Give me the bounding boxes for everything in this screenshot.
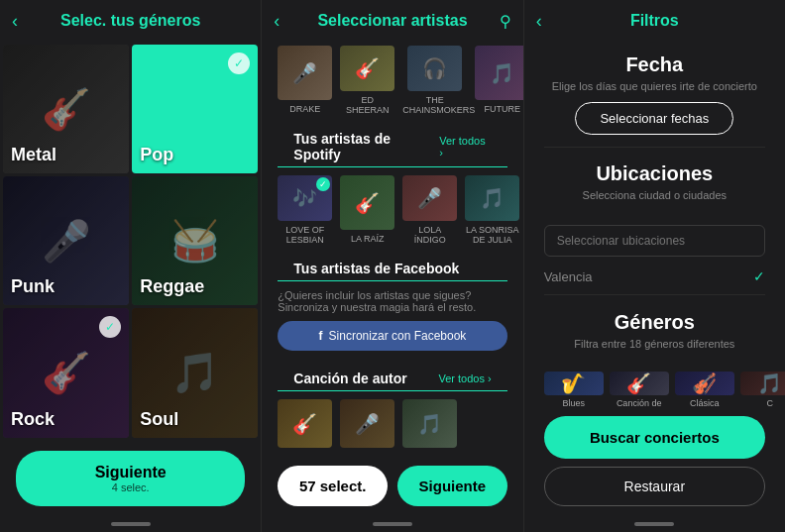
siguiente-button-p1[interactable]: Siguiente 4 selec. <box>16 451 245 506</box>
genre-label-soul: Soul <box>140 409 178 430</box>
panel3-footer: Buscar conciertos Restaurar <box>524 406 785 516</box>
genre-cell-soul[interactable]: 🎵 Soul <box>132 308 258 437</box>
select-dates-button[interactable]: Seleccionar fechas <box>575 102 733 135</box>
genre-filter-img-clasica: 🎻 <box>675 372 734 395</box>
panel-filters: ‹ Filtros Fecha Elige los días que quier… <box>523 0 785 532</box>
ubicacion-tag-valencia: Valencia ✓ <box>544 265 765 288</box>
bottom-bar-p3 <box>524 516 785 532</box>
genre-filter-label-blues: Blues <box>562 398 585 406</box>
artist-thumb-c1[interactable]: 🎸 <box>278 399 332 448</box>
artist-img-raiz: 🎸 <box>340 175 394 230</box>
artist-name-love: LOVE OF LESBIAN <box>278 225 332 245</box>
cancion-section-header: Canción de autor Ver todos › <box>278 363 506 391</box>
ver-todos-spotify[interactable]: Ver todos › <box>439 135 491 159</box>
artist-thumb-future[interactable]: 🎵 FUTURE <box>475 46 522 115</box>
artist-thumb-raiz[interactable]: 🎸 LA RAÍZ <box>340 175 394 245</box>
genre-filter-img-cancion: 🎸 <box>610 372 669 395</box>
panel2-header: ‹ Seleccionar artistas ⚲ <box>262 0 522 42</box>
ver-todos-cancion[interactable]: Ver todos › <box>438 372 491 384</box>
genre-check-pop: ✓ <box>228 53 250 74</box>
facebook-icon: f <box>319 329 323 343</box>
artist-thumb-sonrisa[interactable]: 🎵 LA SONRISA DE JULIA <box>465 175 519 245</box>
artist-thumb-c3[interactable]: 🎵 <box>402 399 457 448</box>
genre-cell-reggae[interactable]: 🥁 Reggae <box>132 176 258 305</box>
restaurar-button[interactable]: Restaurar <box>544 467 765 506</box>
genre-label-pop: Pop <box>140 145 173 165</box>
artist-name-future: FUTURE <box>485 104 521 114</box>
fecha-sub: Elige los días que quieres irte de conci… <box>544 80 765 92</box>
siguiente-label-p1: Siguiente <box>95 463 167 481</box>
your-artists-row: 🎶 ✓ LOVE OF LESBIAN 🎸 LA RAÍZ 🎤 LOLA ÍND… <box>262 167 522 253</box>
genre-filter-label-clasica: Clásica <box>690 398 720 406</box>
genre-filter-label-cancion: Canción de autor <box>610 398 669 406</box>
facebook-sync-button[interactable]: f Sincronizar con Facebook <box>278 321 506 351</box>
panel1-title: Selec. tus géneros <box>60 12 200 30</box>
artist-thumb-chain[interactable]: 🎧 THE CHAINSMOKERS <box>402 46 467 115</box>
panel1-header: ‹ Selec. tus géneros <box>0 0 261 42</box>
panel1-footer: Siguiente 4 selec. <box>0 441 261 516</box>
genre-filter-img-blues: 🎷 <box>544 372 604 395</box>
artist-thumb-c2[interactable]: 🎤 <box>340 399 394 448</box>
ubicaciones-input[interactable] <box>544 225 765 257</box>
fecha-section: Fecha Elige los días que quieres irte de… <box>524 42 785 143</box>
siguiente-button-p2[interactable]: Siguiente <box>397 466 507 506</box>
bottom-bar-p2 <box>262 516 522 532</box>
home-indicator-p1 <box>111 522 151 526</box>
genre-cell-metal[interactable]: 🎸 Metal <box>3 45 129 173</box>
artist-thumb-ed[interactable]: 🎸 ED SHEERAN <box>340 46 394 115</box>
genre-filter-blues[interactable]: 🎷 Blues <box>544 372 604 398</box>
genre-filter-more[interactable]: 🎵 C <box>740 372 785 398</box>
panel2-footer: 57 select. Siguiente <box>262 456 522 516</box>
fb-description: ¿Quieres incluir los artistas que sigues… <box>278 289 506 313</box>
genre-cell-pop[interactable]: ✓ Pop <box>132 45 258 173</box>
artist-name-sonrisa: LA SONRISA DE JULIA <box>465 225 519 245</box>
artist-img-c1: 🎸 <box>278 399 332 448</box>
artist-img-ed: 🎸 <box>340 46 394 91</box>
facebook-section-label: Tus artistas de Facebook <box>293 261 459 276</box>
artist-name-chain: THE CHAINSMOKERS <box>402 95 467 115</box>
facebook-section-body: ¿Quieres incluir los artistas que sigues… <box>262 281 522 359</box>
artist-thumb-drake[interactable]: 🎤 DRAKE <box>278 46 332 115</box>
fecha-title: Fecha <box>544 53 765 76</box>
generos-filter-row: 🎷 Blues 🎸 Canción de autor 🎻 Clásica 🎵 C <box>524 364 785 406</box>
artist-img-drake: 🎤 <box>278 46 332 100</box>
artist-img-lola: 🎤 <box>402 175 457 221</box>
back-icon-p2[interactable]: ‹ <box>274 11 280 32</box>
artist-img-love: 🎶 ✓ <box>278 175 332 221</box>
spotify-section-label: Tus artistas de Spotify <box>293 131 439 162</box>
facebook-section-header: Tus artistas de Facebook <box>278 253 506 281</box>
artist-img-c3: 🎵 <box>402 399 457 448</box>
panel3-header: ‹ Filtros <box>524 0 785 42</box>
genre-label-punk: Punk <box>11 276 55 297</box>
genre-label-metal: Metal <box>11 145 56 165</box>
genre-cell-punk[interactable]: 🎤 Punk <box>3 176 129 305</box>
artist-img-future: 🎵 <box>475 46 522 100</box>
selec-count: 4 selec. <box>112 481 150 494</box>
buscar-conciertos-button[interactable]: Buscar conciertos <box>544 416 765 459</box>
cancion-artists-row: 🎸 🎤 🎵 <box>262 391 522 456</box>
artist-thumb-love[interactable]: 🎶 ✓ LOVE OF LESBIAN <box>278 175 332 245</box>
spotify-section-header: Tus artistas de Spotify Ver todos › <box>278 123 506 167</box>
genre-cell-rock[interactable]: ✓ 🎸 Rock <box>3 308 129 437</box>
panel3-title: Filtros <box>630 12 679 30</box>
back-icon-p1[interactable]: ‹ <box>12 11 18 32</box>
search-icon-p2[interactable]: ⚲ <box>500 12 511 31</box>
genre-filter-clasica[interactable]: 🎻 Clásica <box>675 372 734 398</box>
genre-filter-img-more: 🎵 <box>740 372 785 395</box>
count-button[interactable]: 57 select. <box>278 466 388 506</box>
ubicaciones-title: Ubicaciones <box>544 162 765 185</box>
artist-name-ed: ED SHEERAN <box>340 95 394 115</box>
check-green-icon: ✓ <box>753 268 765 284</box>
generos-section: Géneros Filtra entre 18 géneros diferent… <box>524 299 785 364</box>
artist-thumb-lola[interactable]: 🎤 LOLA ÍNDIGO <box>402 175 457 245</box>
genre-label-rock: Rock <box>11 409 55 430</box>
generos-sub: Filtra entre 18 géneros diferentes <box>544 338 765 350</box>
top-artists-row: 🎤 DRAKE 🎸 ED SHEERAN 🎧 THE CHAINSMOKERS … <box>262 42 522 123</box>
ubicacion-name: Valencia <box>544 269 593 284</box>
ubicaciones-sub: Selecciona ciudad o ciudades <box>544 189 765 201</box>
genre-filter-cancion[interactable]: 🎸 Canción de autor <box>610 372 669 398</box>
panel2-title: Seleccionar artistas <box>317 12 467 30</box>
panel-select-genres: ‹ Selec. tus géneros 🎸 Metal ✓ Pop 🎤 Pun… <box>0 0 261 532</box>
back-icon-p3[interactable]: ‹ <box>536 11 542 32</box>
artist-img-chain: 🎧 <box>407 46 462 91</box>
